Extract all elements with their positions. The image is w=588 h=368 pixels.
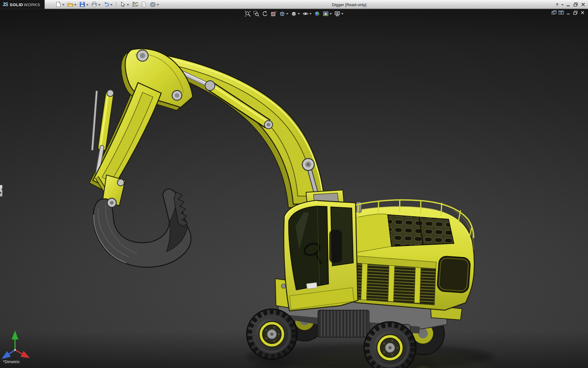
gear-icon [150, 1, 156, 8]
file-properties-button[interactable] [140, 1, 148, 8]
wheel-rear-right[interactable] [364, 322, 416, 368]
edit-appearance-icon [314, 10, 320, 17]
solidworks-logo: 3S SOLID WORKS [0, 0, 45, 9]
restore-window-button[interactable] [572, 1, 579, 7]
open-folder-icon [67, 1, 74, 8]
options-button[interactable] [149, 1, 160, 8]
display-style-icon [291, 10, 297, 17]
headsup-view-toolbar [244, 10, 344, 17]
hide-show-items-button[interactable] [301, 10, 312, 17]
zoom-to-fit-icon [244, 10, 251, 17]
help-dropdown-caret[interactable] [561, 4, 564, 7]
save-dropdown-caret[interactable] [86, 4, 89, 7]
zoom-to-fit-button[interactable] [244, 10, 252, 17]
apply-scene-icon [322, 10, 329, 17]
panel-fly-out-tab[interactable] [0, 185, 3, 197]
view-orientation-icon [279, 10, 285, 17]
options-dropdown-caret[interactable] [157, 4, 159, 7]
minimize-window-button[interactable] [565, 1, 571, 7]
titlebar: 3S SOLID WORKS [0, 0, 588, 9]
section-view-icon [270, 10, 277, 17]
view-orientation-dropdown-caret[interactable] [286, 13, 288, 16]
undo-button[interactable] [102, 1, 113, 8]
close-document-button[interactable] [580, 10, 585, 15]
tile-windows-button[interactable] [558, 10, 564, 15]
previous-view-icon [262, 10, 268, 17]
open-document-dropdown-caret[interactable] [74, 4, 77, 7]
dassault-3ds-mark: 3S [3, 2, 8, 7]
standard-toolbar [55, 1, 160, 8]
brand-name-light: WORKS [24, 2, 40, 7]
graphics-viewport[interactable]: *Dimetric [0, 0, 588, 368]
display-style-dropdown-caret[interactable] [298, 13, 300, 16]
select-cursor-icon [120, 1, 126, 8]
cab[interactable] [284, 201, 358, 311]
view-orientation-button[interactable] [278, 10, 289, 17]
window-controls: ? [554, 1, 588, 7]
print-dropdown-caret[interactable] [98, 4, 100, 7]
rebuild-button[interactable] [131, 1, 139, 8]
help-button[interactable]: ? [554, 1, 560, 7]
brand-name-bold: SOLID [10, 2, 23, 7]
zoom-to-area-button[interactable] [252, 10, 260, 17]
model-digger[interactable] [0, 0, 588, 368]
restore-document-button[interactable] [573, 10, 578, 15]
new-document-dropdown-caret[interactable] [62, 4, 64, 7]
zoom-to-area-icon [253, 10, 260, 17]
select-button[interactable] [119, 1, 130, 8]
save-floppy-icon [79, 1, 85, 8]
view-settings-button[interactable] [334, 10, 345, 17]
boom-arm-assembly[interactable] [89, 49, 325, 208]
new-document-icon [55, 1, 62, 8]
wheel-front-left[interactable] [247, 309, 297, 359]
apply-scene-button[interactable] [322, 10, 333, 17]
printer-icon [91, 1, 98, 8]
print-button[interactable] [90, 1, 101, 8]
toolbar-separator [116, 1, 116, 7]
bucket[interactable] [93, 189, 191, 267]
view-settings-dropdown-caret[interactable] [341, 13, 343, 16]
undo-arrow-icon [103, 1, 110, 8]
rebuild-stoplight-icon [132, 1, 138, 8]
expand-right-icon [0, 191, 2, 194]
engine-housing[interactable] [340, 199, 474, 310]
reference-triad [7, 337, 24, 355]
open-document-button[interactable] [66, 1, 77, 8]
document-window-controls [551, 10, 585, 15]
previous-view-button[interactable] [261, 10, 269, 17]
cascade-windows-button[interactable] [551, 10, 557, 15]
save-button[interactable] [78, 1, 89, 8]
hide-show-items-icon [302, 10, 309, 17]
view-settings-icon [334, 10, 341, 17]
hide-show-items-dropdown-caret[interactable] [309, 13, 311, 16]
display-style-button[interactable] [290, 10, 301, 17]
edit-appearance-button[interactable] [313, 10, 321, 17]
select-dropdown-caret[interactable] [127, 4, 129, 7]
apply-scene-dropdown-caret[interactable] [330, 13, 332, 16]
new-document-button[interactable] [55, 1, 66, 8]
section-view-button[interactable] [270, 10, 277, 17]
close-window-button[interactable] [580, 1, 586, 7]
minimize-document-button[interactable] [566, 10, 571, 15]
application-window: *Dimetric 3S SOLID WORKS [0, 0, 588, 368]
view-orientation-label: *Dimetric [3, 359, 20, 364]
file-properties-icon [141, 1, 147, 8]
collapse-left-icon [0, 188, 2, 190]
window-title: Digger [Read-only] [332, 0, 366, 9]
undo-dropdown-caret[interactable] [110, 4, 112, 7]
